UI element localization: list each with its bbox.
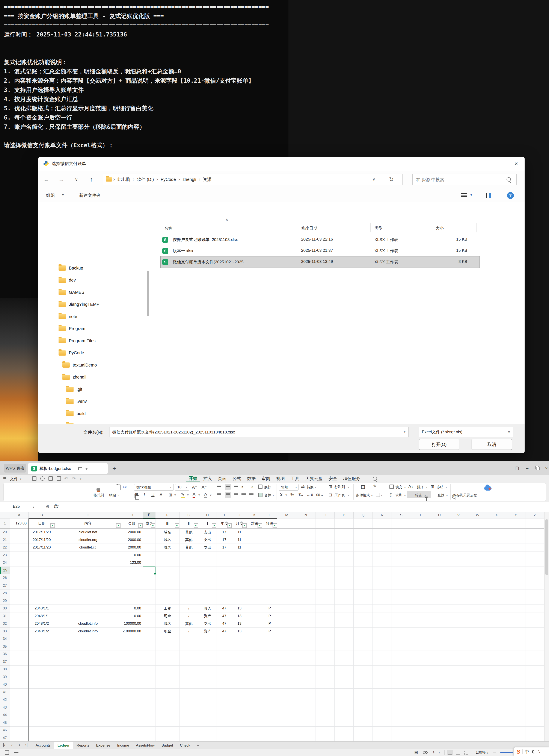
cell-I40[interactable] xyxy=(217,681,232,689)
cell-K21[interactable] xyxy=(247,536,262,544)
cell-O29[interactable] xyxy=(315,597,334,605)
cell-X24[interactable] xyxy=(487,559,506,567)
cell-O42[interactable] xyxy=(315,696,334,704)
cell-I35[interactable] xyxy=(217,643,232,651)
view-mode-icon[interactable] xyxy=(461,193,467,198)
cell-J45[interactable] xyxy=(232,719,247,727)
breadcrumb-item[interactable]: 软件 (D:) xyxy=(137,177,154,182)
cell-X33[interactable] xyxy=(487,628,506,635)
cell-J28[interactable] xyxy=(232,589,247,597)
cell-R29[interactable] xyxy=(373,597,392,605)
cell-R35[interactable] xyxy=(373,643,392,651)
cell-F27[interactable] xyxy=(156,582,180,590)
cell-X26[interactable] xyxy=(487,574,506,582)
cell-U47[interactable] xyxy=(430,734,449,742)
cell-G36[interactable] xyxy=(180,650,198,658)
open-button[interactable]: 打开(O) xyxy=(419,439,459,450)
ribbon-tab-视图[interactable]: 视图 xyxy=(273,475,288,482)
cell-S31[interactable] xyxy=(392,612,411,620)
cell-E23[interactable] xyxy=(143,551,156,559)
cell-P28[interactable] xyxy=(334,589,354,597)
sheet-tab-ledger[interactable]: Ledger xyxy=(54,742,73,749)
cell-M43[interactable] xyxy=(277,704,296,712)
cell-S1[interactable] xyxy=(392,518,411,529)
cut-icon[interactable]: ✂ xyxy=(123,485,127,490)
cell-V30[interactable] xyxy=(449,605,468,612)
cell-B35[interactable] xyxy=(29,643,55,651)
cell-H38[interactable] xyxy=(198,666,217,673)
cell-Y32[interactable] xyxy=(506,620,525,628)
cell-F40[interactable] xyxy=(156,681,180,689)
cell-J1[interactable]: 月度 xyxy=(232,518,247,529)
cell-W36[interactable] xyxy=(468,650,487,658)
cell-N25[interactable] xyxy=(296,567,315,574)
cell-H33[interactable]: 资产 xyxy=(198,628,217,635)
file-row[interactable]: S微信支付账单流水文件(20251021-2025...2025-11-03 1… xyxy=(161,256,479,268)
cell-F44[interactable] xyxy=(156,711,180,719)
cell-P31[interactable] xyxy=(334,612,354,620)
cell-B38[interactable] xyxy=(29,666,55,673)
sidebar-item-jiangyingtemp[interactable]: JiangYingTEMP xyxy=(59,300,100,309)
cell-V44[interactable] xyxy=(449,711,468,719)
cell-X1[interactable] xyxy=(487,518,506,529)
cell-R45[interactable] xyxy=(373,719,392,727)
align-middle-icon[interactable] xyxy=(225,484,231,490)
cell-F24[interactable] xyxy=(156,559,180,567)
cell-S39[interactable] xyxy=(392,673,411,681)
cell-U1[interactable] xyxy=(430,518,449,529)
cell-S22[interactable] xyxy=(392,544,411,551)
cell-N26[interactable] xyxy=(296,574,315,582)
cell-S30[interactable] xyxy=(392,605,411,612)
cell-P42[interactable] xyxy=(334,696,354,704)
cell-T37[interactable] xyxy=(411,658,430,666)
cell-J40[interactable] xyxy=(232,681,247,689)
cell-Z22[interactable] xyxy=(525,544,544,551)
cell-B30[interactable]: 2048/1/1 xyxy=(29,605,55,612)
cell-P1[interactable] xyxy=(334,518,354,529)
cell-E1[interactable]: 成员 xyxy=(143,518,156,529)
cell-style-icon[interactable]: ✎ xyxy=(373,484,377,489)
cell-W39[interactable] xyxy=(468,673,487,681)
zoom-out-icon[interactable]: – xyxy=(493,749,496,755)
cell-M40[interactable] xyxy=(277,681,296,689)
cell-J24[interactable] xyxy=(232,559,247,567)
cell-S34[interactable] xyxy=(392,635,411,643)
cell-K24[interactable] xyxy=(247,559,262,567)
cell-H34[interactable] xyxy=(198,635,217,643)
cell-R26[interactable] xyxy=(373,574,392,582)
cell-H31[interactable]: 资产 xyxy=(198,612,217,620)
grid-scrollbar[interactable] xyxy=(544,512,549,741)
col-header-B[interactable]: B xyxy=(29,512,55,518)
ribbon-tab-工具[interactable]: 工具 xyxy=(288,475,302,482)
cell-E26[interactable] xyxy=(143,574,156,582)
cell-A26[interactable] xyxy=(10,574,29,582)
cell-V26[interactable] xyxy=(449,574,468,582)
cell-J31[interactable]: 13 xyxy=(232,612,247,620)
cell-G25[interactable] xyxy=(180,567,198,574)
new-folder-button[interactable]: 新建文件夹 xyxy=(79,192,101,198)
ribbon-tab-审阅[interactable]: 审阅 xyxy=(259,475,273,482)
cell-B20[interactable]: 2017/11/20 xyxy=(29,529,55,536)
cell-R39[interactable] xyxy=(373,673,392,681)
cell-K44[interactable] xyxy=(247,711,262,719)
cell-T22[interactable] xyxy=(411,544,430,551)
cell-V28[interactable] xyxy=(449,589,468,597)
name-box-chevron-icon[interactable]: ∨ xyxy=(33,505,35,508)
sidebar-item-dev[interactable]: dev xyxy=(59,275,76,285)
cell-O47[interactable] xyxy=(315,734,334,742)
cell-G46[interactable] xyxy=(180,727,198,734)
cell-Z29[interactable] xyxy=(525,597,544,605)
cell-G30[interactable]: / xyxy=(180,605,198,612)
cell-U28[interactable] xyxy=(430,589,449,597)
cell-P38[interactable] xyxy=(334,666,354,673)
merge-cells-button[interactable]: 合并 xyxy=(264,493,271,498)
cell-P25[interactable] xyxy=(334,567,354,574)
cell-W45[interactable] xyxy=(468,719,487,727)
fill-color-icon[interactable]: ◇ xyxy=(204,492,207,498)
restore-icon[interactable] xyxy=(533,465,541,472)
cell-Y25[interactable] xyxy=(506,567,525,574)
cell-N47[interactable] xyxy=(296,734,315,742)
row-header-21[interactable]: 21 xyxy=(0,536,10,544)
cell-N37[interactable] xyxy=(296,658,315,666)
cell-Z44[interactable] xyxy=(525,711,544,719)
